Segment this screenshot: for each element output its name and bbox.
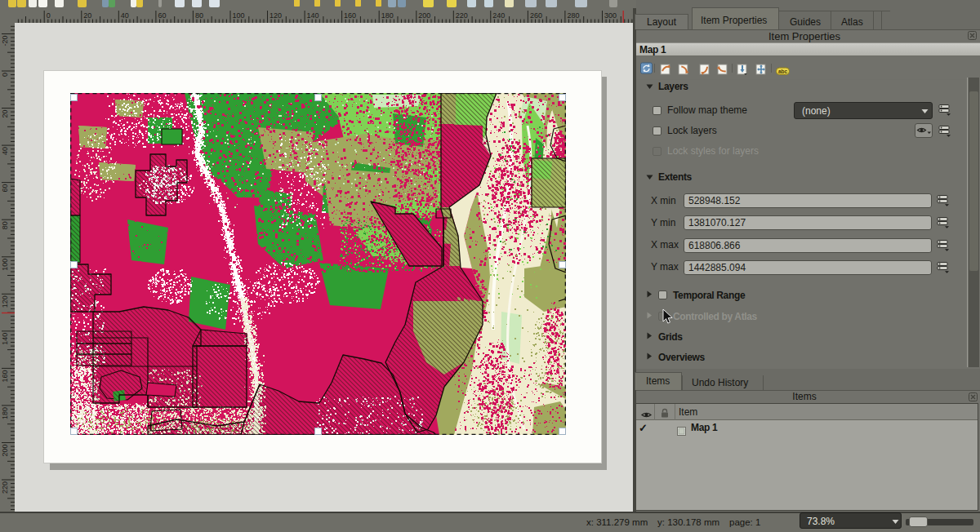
svg-text:20: 20 [83,11,91,20]
svg-text:-20: -20 [1,36,9,47]
svg-text:260: 260 [530,11,542,20]
svg-text:120: 120 [270,11,282,20]
svg-text:160: 160 [344,11,356,20]
svg-text:120: 120 [1,295,9,308]
svg-text:220: 220 [456,11,468,20]
svg-text:80: 80 [1,221,9,229]
svg-text:60: 60 [1,184,9,193]
svg-text:200: 200 [418,11,430,20]
svg-text:100: 100 [1,259,9,271]
svg-text:140: 140 [1,333,9,345]
svg-text:200: 200 [1,445,9,457]
svg-text:220: 220 [1,481,9,494]
svg-text:180: 180 [1,407,9,419]
svg-text:100: 100 [233,11,245,20]
svg-text:280: 280 [567,11,579,20]
svg-text:40: 40 [121,11,129,20]
svg-text:20: 20 [1,110,9,118]
svg-text:180: 180 [381,11,394,20]
svg-text:0: 0 [47,11,51,20]
svg-text:40: 40 [1,147,9,155]
svg-text:0: 0 [1,73,9,77]
svg-text:140: 140 [307,11,319,20]
svg-text:80: 80 [195,11,203,20]
svg-text:300: 300 [604,11,617,20]
svg-text:abc: abc [778,69,788,74]
svg-text:240: 240 [492,11,505,20]
svg-text:60: 60 [158,11,166,20]
svg-text:160: 160 [1,370,9,382]
